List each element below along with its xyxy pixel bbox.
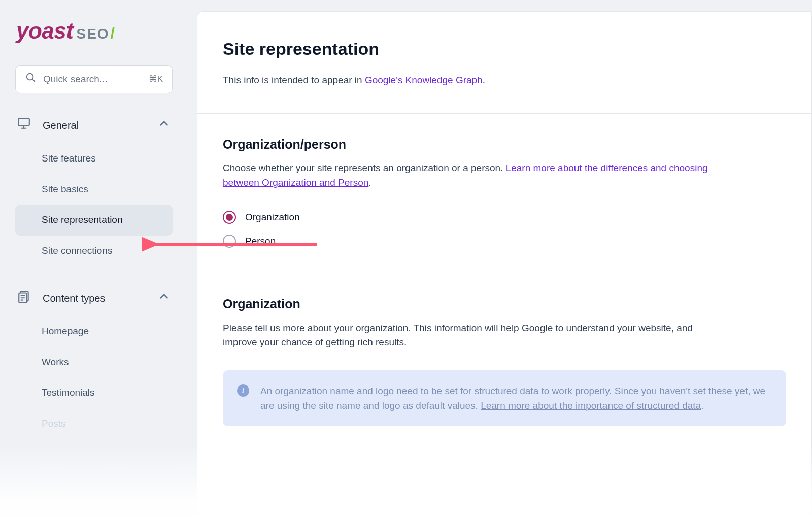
nav-section-general: General Site features Site basics Site r… (15, 113, 173, 266)
svg-rect-2 (18, 118, 29, 125)
nav-heading-general[interactable]: General (15, 113, 173, 138)
section-title: Organization (223, 295, 786, 314)
sidebar-item-site-features[interactable]: Site features (15, 143, 173, 174)
info-banner: i An organization name and logo need to … (223, 370, 786, 427)
logo: yoast SEO/ (15, 11, 173, 55)
sidebar-item-site-representation[interactable]: Site representation (15, 205, 173, 236)
knowledge-graph-link[interactable]: Google's Knowledge Graph (365, 75, 483, 85)
search-shortcut: ⌘K (149, 73, 163, 86)
page-title: Site representation (223, 36, 786, 62)
section-title: Organization/person (223, 135, 786, 154)
learn-more-structured-data-link[interactable]: Learn more about the importance of struc… (481, 400, 701, 411)
info-icon: i (237, 384, 249, 397)
svg-point-0 (27, 74, 33, 80)
sidebar-item-label: Testimonials (42, 387, 95, 398)
logo-main-text: yoast (16, 14, 73, 48)
sidebar-item-label: Site connections (42, 245, 112, 256)
section-desc: Please tell us more about your organizat… (223, 321, 710, 350)
radio-label: Person (245, 234, 276, 249)
sidebar-item-label: Posts (42, 418, 66, 429)
radio-organization[interactable]: Organization (223, 208, 786, 232)
logo-slash: / (111, 25, 115, 42)
sidebar-item-works[interactable]: Works (15, 347, 173, 378)
radio-person[interactable]: Person (223, 232, 786, 256)
section-org-person: Organization/person Choose whether your … (197, 114, 811, 256)
section-desc: Choose whether your site represents an o… (223, 161, 710, 190)
sidebar-item-label: Works (42, 357, 69, 367)
info-banner-text: An organization name and logo need to be… (260, 383, 771, 413)
logo-sub-text: SEO (76, 26, 109, 42)
page-intro-pre: This info is intended to appear in (223, 75, 365, 85)
panel-header: Site representation This info is intende… (197, 12, 811, 114)
nav-heading-label: General (43, 118, 79, 133)
sidebar-item-label: Site features (42, 153, 96, 164)
nav-items-content-types: Homepage Works Testimonials Posts (15, 316, 173, 439)
sidebar-item-site-basics[interactable]: Site basics (15, 174, 173, 205)
chevron-up-icon (157, 117, 171, 134)
chevron-up-icon (157, 289, 171, 307)
section-desc-post: . (368, 177, 371, 188)
sidebar-item-label: Site basics (42, 184, 88, 195)
section-organization: Organization Please tell us more about y… (197, 273, 811, 350)
sidebar: yoast SEO/ Quick search... ⌘K General (0, 0, 188, 516)
page-intro-post: . (483, 75, 485, 85)
sidebar-item-posts[interactable]: Posts (15, 408, 173, 439)
info-banner-post: . (701, 400, 703, 411)
nav-heading-content-types[interactable]: Content types (15, 285, 173, 311)
search-input[interactable]: Quick search... ⌘K (15, 65, 173, 93)
sidebar-item-site-connections[interactable]: Site connections (15, 236, 173, 267)
main-panel: Site representation This info is intende… (197, 11, 812, 516)
monitor-icon (17, 117, 30, 134)
sidebar-item-homepage[interactable]: Homepage (15, 316, 173, 347)
page-intro: This info is intended to appear in Googl… (223, 73, 786, 88)
search-icon (25, 72, 36, 87)
search-placeholder: Quick search... (43, 72, 142, 87)
nav-section-content-types: Content types Homepage Works Testimonial… (15, 285, 173, 439)
nav-heading-label: Content types (43, 291, 105, 306)
org-person-radio-group: Organization Person (223, 208, 786, 255)
nav-items-general: Site features Site basics Site represent… (15, 143, 173, 266)
radio-icon (223, 235, 236, 248)
sidebar-item-testimonials[interactable]: Testimonials (15, 377, 173, 408)
app-root: yoast SEO/ Quick search... ⌘K General (0, 0, 812, 516)
svg-line-1 (32, 79, 35, 81)
radio-label: Organization (245, 210, 300, 225)
section-desc-pre: Choose whether your site represents an o… (223, 163, 506, 173)
sidebar-item-label: Site representation (42, 214, 123, 225)
document-icon (17, 289, 30, 307)
radio-icon (223, 211, 236, 224)
sidebar-item-label: Homepage (42, 326, 89, 336)
